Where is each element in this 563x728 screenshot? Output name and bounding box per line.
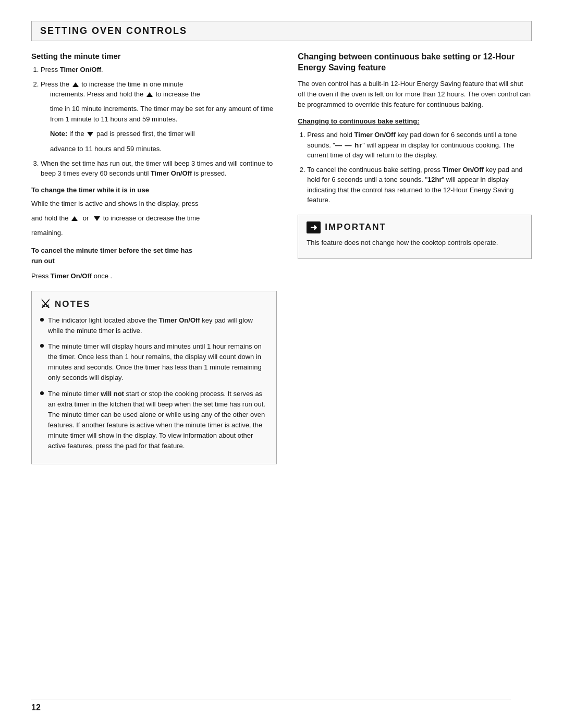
- step1-end: .: [101, 66, 103, 73]
- cs1-em: — — hr: [335, 141, 362, 149]
- step2-indent1-post: to increase the: [155, 90, 200, 98]
- step2-indent1-pre: increments. Press and hold the: [50, 90, 143, 98]
- step2-pre: Press the: [41, 80, 69, 88]
- section-heading-cancel-timer: To cancel the minute timer before the se…: [31, 245, 277, 266]
- change-timer-para1: While the timer is active and shows in t…: [31, 199, 277, 209]
- change-timer-para2: and hold the or to increase or decrease …: [31, 213, 277, 224]
- continuous-bake-heading: Changing to continuous bake setting:: [298, 116, 532, 127]
- cs2-pre: To cancel the continuous bake setting, p…: [307, 166, 442, 174]
- important-arrow-icon: ➜: [307, 221, 321, 233]
- cancel-timer-pre: Press: [31, 272, 51, 280]
- note-label: Note:: [50, 130, 67, 138]
- note-text2-span: advance to 11 hours and 59 minutes.: [50, 145, 162, 153]
- cancel-timer-para: Press Timer On/Off once .: [31, 271, 277, 281]
- bullet-dot-1: [40, 318, 44, 322]
- page-number: 12: [31, 703, 41, 712]
- note-item-1-text: The indicator light located above the Ti…: [48, 315, 268, 336]
- note-text2: advance to 11 hours and 59 minutes.: [50, 144, 277, 154]
- continuous-step-1: Press and hold Timer On/Off key pad down…: [307, 130, 532, 161]
- para2-pre: and hold the: [31, 214, 69, 222]
- cs1-bold: Timer On/Off: [354, 131, 396, 139]
- down-arrow-icon: [87, 132, 93, 137]
- bullet-dot-2: [40, 344, 44, 348]
- step2-post: to increase the time in one minute: [81, 80, 183, 88]
- timer-step-3: When the set time has run out, the timer…: [41, 158, 277, 179]
- continuous-step-2: To cancel the continuous bake setting, p…: [307, 165, 532, 205]
- timer-steps-list: Press Timer On/Off. Press the to increas…: [31, 65, 277, 179]
- right-section-heading: Changing between continuous bake setting…: [298, 52, 532, 73]
- footer-line: [31, 699, 511, 699]
- timer-step-1: Press Timer On/Off.: [41, 65, 277, 75]
- note-item-2: The minute timer will display hours and …: [40, 341, 268, 384]
- cancel-timer-bold: Timer On/Off: [51, 272, 92, 280]
- section-heading-change-timer: To change the timer while it is in use: [31, 185, 277, 195]
- step3-bold: Timer On/Off: [151, 169, 192, 177]
- step1-text: Press: [41, 66, 60, 73]
- note-text-post: pad is pressed first, the timer will: [96, 130, 195, 138]
- right-intro: The oven control has a built-in 12-Hour …: [298, 79, 532, 110]
- timer-step-2: Press the to increase the time in one mi…: [41, 79, 277, 154]
- cs2-bold1: Timer: [443, 166, 461, 174]
- page-title: SETTING OVEN CONTROLS: [40, 26, 523, 36]
- cs1-pre: Press and hold: [307, 131, 354, 139]
- change-timer-para3: remaining.: [31, 228, 277, 238]
- down-arrow-icon-2: [94, 216, 100, 221]
- important-box: ➜ IMPORTANT This feature does not change…: [298, 215, 532, 259]
- note1-bold: Timer On/Off: [158, 316, 200, 324]
- left-column: Setting the minute timer Press Timer On/…: [31, 52, 277, 464]
- step2-text2: time in 10 minute increments. The timer …: [50, 105, 273, 123]
- section-heading-timer: Setting the minute timer: [31, 52, 277, 60]
- notes-header: ⚔ NOTES: [40, 299, 268, 310]
- step2-note: Note: If the pad is pressed first, the t…: [50, 129, 277, 139]
- note-item-3: The minute timer will not start or stop …: [40, 389, 268, 452]
- page-header: SETTING OVEN CONTROLS: [31, 21, 532, 41]
- important-header: ➜ IMPORTANT: [307, 221, 523, 233]
- up-arrow-icon: [72, 82, 79, 87]
- cs2-bold2: On/Off: [462, 166, 483, 174]
- note-item-2-text: The minute timer will display hours and …: [48, 341, 268, 384]
- step2-indent2: time in 10 minute increments. The timer …: [50, 104, 277, 125]
- note-item-3-text: The minute timer will not start or stop …: [48, 389, 268, 452]
- right-heading-text: Changing between continuous bake setting…: [298, 52, 515, 72]
- step1-bold: Timer On/Off: [60, 66, 101, 73]
- cancel-timer-heading-1: To cancel the minute timer before the se…: [31, 246, 192, 265]
- step3-end: is pressed.: [192, 169, 226, 177]
- bullet-dot-3: [40, 391, 44, 395]
- cancel-timer-post: once .: [92, 272, 112, 280]
- note3-bold: will not: [101, 390, 124, 398]
- right-column: Changing between continuous bake setting…: [298, 52, 532, 464]
- important-title: IMPORTANT: [325, 222, 386, 232]
- note-item-1: The indicator light located above the Ti…: [40, 315, 268, 336]
- notes-box: ⚔ NOTES The indicator light located abov…: [31, 291, 277, 465]
- up-arrow-icon-2: [146, 92, 153, 97]
- cs2-em: 12hr: [427, 176, 442, 183]
- notes-list: The indicator light located above the Ti…: [40, 315, 268, 452]
- note1-pre: The indicator light located above the: [48, 316, 158, 324]
- step2-indent: increments. Press and hold the to increa…: [50, 89, 277, 100]
- note3-pre: The minute timer: [48, 390, 101, 398]
- notes-title: NOTES: [55, 299, 91, 310]
- notes-icon: ⚔: [40, 299, 51, 310]
- continuous-bake-steps: Press and hold Timer On/Off key pad down…: [298, 130, 532, 205]
- page-footer: 12: [31, 703, 41, 712]
- important-text: This feature does not change how the coo…: [307, 238, 523, 248]
- note3-post: start or stop the cooking process. It se…: [48, 390, 265, 450]
- note-text-pre: If the: [69, 130, 87, 138]
- two-column-layout: Setting the minute timer Press Timer On/…: [31, 52, 532, 464]
- para2-post: to increase or decrease the time: [103, 214, 200, 222]
- up-arrow-icon-3: [71, 216, 78, 221]
- para2-or: or: [83, 214, 89, 222]
